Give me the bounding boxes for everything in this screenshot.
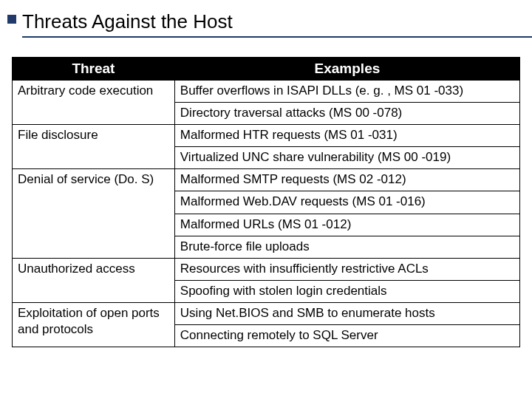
example-cell: Buffer overflows in ISAPI DLLs (e. g. , … — [174, 81, 519, 103]
threat-cell: Arbitrary code execution — [13, 81, 175, 125]
example-cell: Malformed URLs (MS 01 -012) — [174, 214, 519, 236]
table-row: Unauthorized accessResources with insuff… — [13, 258, 520, 280]
example-cell: Malformed HTR requests (MS 01 -031) — [174, 125, 519, 147]
table-row: Arbitrary code executionBuffer overflows… — [13, 81, 520, 103]
slide-title: Threats Against the Host — [22, 10, 532, 33]
example-cell: Connecting remotely to SQL Server — [174, 325, 519, 347]
threat-cell: Denial of service (Do. S) — [13, 169, 175, 258]
table-row: Exploitation of open ports and protocols… — [13, 302, 520, 324]
example-cell: Virtualized UNC share vulnerability (MS … — [174, 147, 519, 169]
slide-title-bar: Threats Against the Host — [0, 0, 532, 44]
threat-cell: File disclosure — [13, 125, 175, 169]
example-cell: Malformed SMTP requests (MS 02 -012) — [174, 169, 519, 191]
table-row: File disclosureMalformed HTR requests (M… — [13, 125, 520, 147]
title-underline — [22, 36, 532, 38]
header-threat: Threat — [13, 58, 175, 81]
example-cell: Resources with insufficiently restrictiv… — [174, 258, 519, 280]
example-cell: Brute-force file uploads — [174, 236, 519, 258]
example-cell: Directory traversal attacks (MS 00 -078) — [174, 103, 519, 125]
header-examples: Examples — [174, 58, 519, 81]
threat-cell: Unauthorized access — [13, 258, 175, 302]
example-cell: Spoofing with stolen login credentials — [174, 280, 519, 302]
threats-table: Threat Examples Arbitrary code execution… — [12, 57, 520, 347]
example-cell: Malformed Web.DAV requests (MS 01 -016) — [174, 191, 519, 214]
table-row: Denial of service (Do. S)Malformed SMTP … — [13, 169, 520, 191]
table-container: Threat Examples Arbitrary code execution… — [0, 44, 532, 355]
title-bullet-icon — [7, 15, 16, 24]
threat-cell: Exploitation of open ports and protocols — [13, 302, 175, 347]
example-cell: Using Net.BIOS and SMB to enumerate host… — [174, 302, 519, 324]
table-header-row: Threat Examples — [13, 58, 520, 81]
